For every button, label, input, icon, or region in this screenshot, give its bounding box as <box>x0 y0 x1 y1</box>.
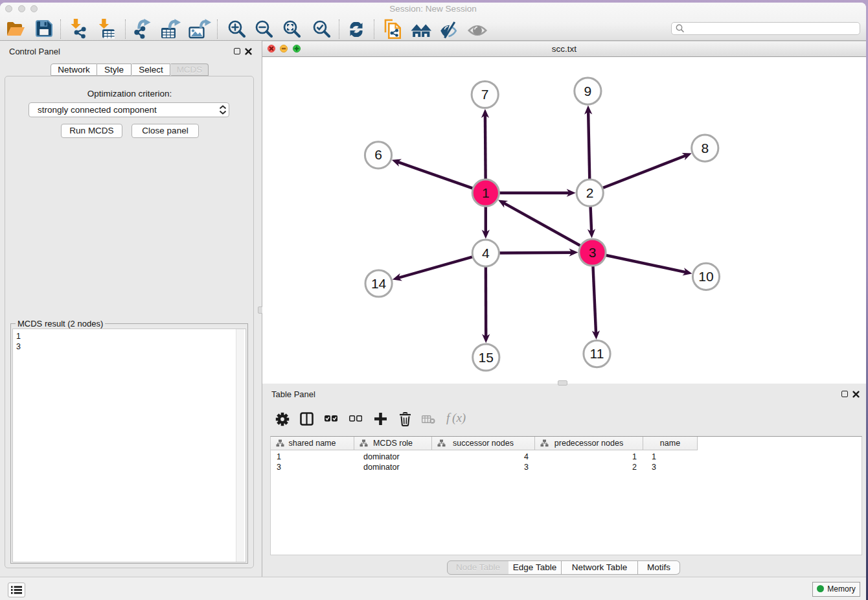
svg-text:2: 2 <box>586 185 594 200</box>
svg-text:4: 4 <box>482 246 490 260</box>
svg-text:6: 6 <box>374 147 382 162</box>
svg-text:14: 14 <box>371 276 387 291</box>
svg-text:3: 3 <box>589 245 597 260</box>
svg-text:11: 11 <box>590 346 604 361</box>
svg-text:1: 1 <box>482 185 490 200</box>
svg-text:10: 10 <box>698 269 713 284</box>
svg-text:8: 8 <box>701 141 709 156</box>
svg-text:7: 7 <box>481 87 489 102</box>
svg-text:9: 9 <box>584 84 592 98</box>
svg-text:15: 15 <box>479 350 494 365</box>
